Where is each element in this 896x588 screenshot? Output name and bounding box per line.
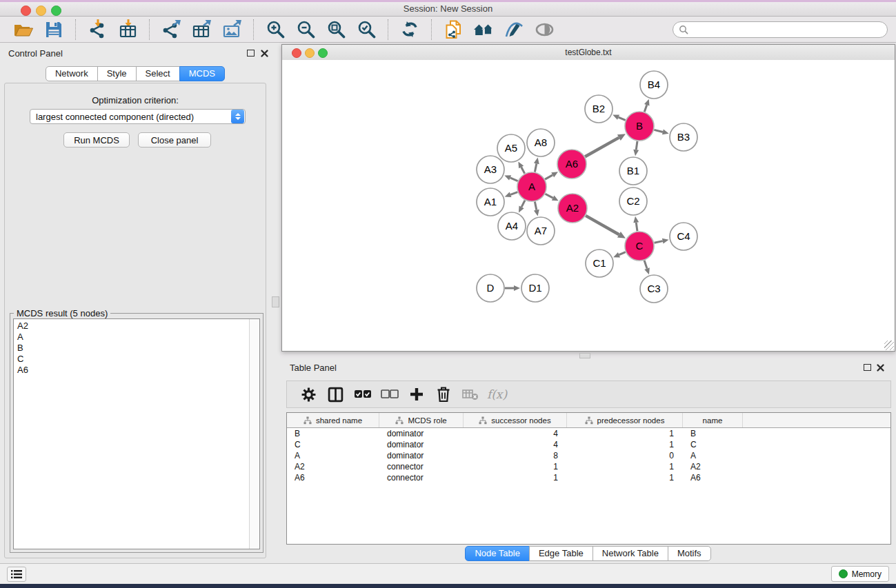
table-cell[interactable]: dominator	[379, 439, 464, 450]
result-list-item[interactable]: A	[17, 332, 246, 343]
table-cell[interactable]: B	[287, 428, 379, 439]
import-table-icon[interactable]	[117, 19, 139, 41]
zoom-in-icon[interactable]	[264, 19, 286, 41]
divider-handle[interactable]	[272, 296, 279, 307]
column-header-MCDS-role[interactable]: MCDS role	[379, 413, 464, 427]
node-C3[interactable]: C3	[640, 275, 668, 303]
table-cell[interactable]: 4	[464, 428, 567, 439]
gear-icon[interactable]	[299, 384, 319, 405]
result-list-item[interactable]: A2	[17, 321, 246, 332]
edge-B-B4[interactable]	[644, 99, 650, 112]
table-cell[interactable]: 1	[567, 428, 683, 439]
table-cell[interactable]: connector	[379, 472, 464, 483]
node-C2[interactable]: C2	[619, 187, 647, 215]
table-cell[interactable]: A	[287, 450, 379, 461]
add-icon[interactable]	[406, 384, 427, 405]
search-input[interactable]	[688, 24, 882, 36]
edge-A-A3[interactable]	[504, 175, 517, 181]
table-row[interactable]: A2connector11A2	[287, 461, 890, 472]
table-panel-float-button[interactable]	[864, 364, 871, 371]
table-cell[interactable]: 1	[567, 472, 683, 483]
import-network-icon[interactable]	[86, 19, 108, 41]
table-cell[interactable]: 1	[464, 472, 567, 483]
window-minimize-button[interactable]	[36, 6, 46, 16]
edge-A-A8[interactable]	[534, 158, 539, 172]
tab-node-table[interactable]: Node Table	[465, 546, 530, 561]
edge-B-B1[interactable]	[633, 141, 639, 156]
optimization-criterion-dropdown[interactable]: largest connected component (directed)	[30, 109, 246, 124]
table-row[interactable]: Adominator80A	[287, 450, 890, 461]
node-B3[interactable]: B3	[670, 123, 697, 151]
edge-A-A4[interactable]	[519, 201, 525, 213]
duplicate-network-icon[interactable]	[442, 19, 464, 41]
edge-A-A2[interactable]	[545, 194, 558, 201]
table-row[interactable]: A6connector11A6	[287, 472, 890, 483]
tab-network[interactable]: Network	[46, 66, 98, 81]
node-A2[interactable]: A2	[558, 194, 587, 223]
table-cell[interactable]: 8	[464, 450, 567, 461]
frame-close-button[interactable]	[292, 48, 301, 58]
delete-icon[interactable]	[433, 384, 454, 405]
home-icon[interactable]	[472, 19, 495, 41]
tab-motifs[interactable]: Motifs	[668, 546, 711, 561]
edge-A-A6[interactable]	[545, 172, 558, 179]
edge-B-B2[interactable]	[613, 114, 625, 120]
zoom-out-icon[interactable]	[295, 19, 317, 41]
export-table-icon[interactable]	[190, 19, 212, 41]
export-image-icon[interactable]	[221, 19, 243, 41]
annotations-icon[interactable]	[503, 19, 525, 41]
edge-C-C4[interactable]	[654, 239, 668, 244]
node-A[interactable]: A	[517, 172, 546, 201]
open-session-icon[interactable]	[12, 19, 34, 41]
mcds-result-list[interactable]: A2ABCA6	[13, 318, 260, 549]
column-header-successor-nodes[interactable]: successor nodes	[464, 413, 567, 427]
table-cell[interactable]: 4	[464, 439, 567, 450]
edge-A6-B[interactable]	[585, 134, 626, 156]
node-C[interactable]: C	[625, 232, 654, 261]
result-list-item[interactable]: C	[17, 354, 246, 365]
node-A1[interactable]: A1	[477, 188, 504, 216]
edge-C-C2[interactable]	[633, 216, 639, 231]
horizontal-divider-handle[interactable]	[579, 353, 590, 358]
edge-A-A5[interactable]	[518, 161, 524, 173]
network-canvas[interactable]: B4B2BB3A5A8A6B1A3AC2A1A2A4A7C4CC1C3DD1	[282, 60, 895, 351]
node-B2[interactable]: B2	[585, 95, 613, 123]
node-D1[interactable]: D1	[521, 274, 549, 302]
tab-edge-table[interactable]: Edge Table	[529, 546, 593, 561]
column-header-shared-name[interactable]: shared name	[287, 413, 379, 427]
control-panel-close-button[interactable]	[260, 49, 269, 58]
table-cell[interactable]: 1	[567, 439, 683, 450]
details-eye-icon[interactable]	[533, 19, 555, 41]
table-cell[interactable]: B	[683, 428, 743, 439]
node-C4[interactable]: C4	[670, 223, 697, 250]
frame-resize-grip[interactable]	[884, 341, 894, 350]
table-cell[interactable]: C	[287, 439, 379, 450]
select-all-icon[interactable]	[352, 384, 373, 405]
table-cell[interactable]: 1	[464, 461, 567, 472]
table-row[interactable]: Cdominator41C	[287, 439, 890, 450]
window-close-button[interactable]	[21, 6, 31, 16]
node-A6[interactable]: A6	[557, 150, 586, 179]
node-A8[interactable]: A8	[527, 129, 555, 156]
table-cell[interactable]: 1	[567, 461, 683, 472]
deselect-all-icon[interactable]	[379, 384, 400, 405]
export-network-icon[interactable]	[160, 19, 182, 41]
table-cell[interactable]: A	[683, 450, 743, 461]
node-B[interactable]: B	[625, 112, 654, 141]
node-A3[interactable]: A3	[477, 156, 504, 183]
edge-D-D1[interactable]	[505, 285, 520, 291]
node-A5[interactable]: A5	[497, 134, 525, 162]
tab-mcds[interactable]: MCDS	[179, 66, 225, 81]
node-B4[interactable]: B4	[640, 71, 668, 99]
zoom-fit-icon[interactable]	[325, 19, 347, 41]
table-cell[interactable]: A2	[683, 461, 743, 472]
close-panel-button[interactable]: Close panel	[138, 132, 211, 148]
table-cell[interactable]: connector	[379, 461, 464, 472]
column-header-name[interactable]: name	[683, 413, 743, 427]
node-B1[interactable]: B1	[619, 157, 647, 185]
node-C1[interactable]: C1	[586, 250, 613, 277]
edge-A-A7[interactable]	[534, 202, 539, 216]
table-cell[interactable]: dominator	[379, 428, 464, 439]
result-list-item[interactable]: A6	[17, 365, 246, 376]
frame-minimize-button[interactable]	[305, 48, 315, 58]
